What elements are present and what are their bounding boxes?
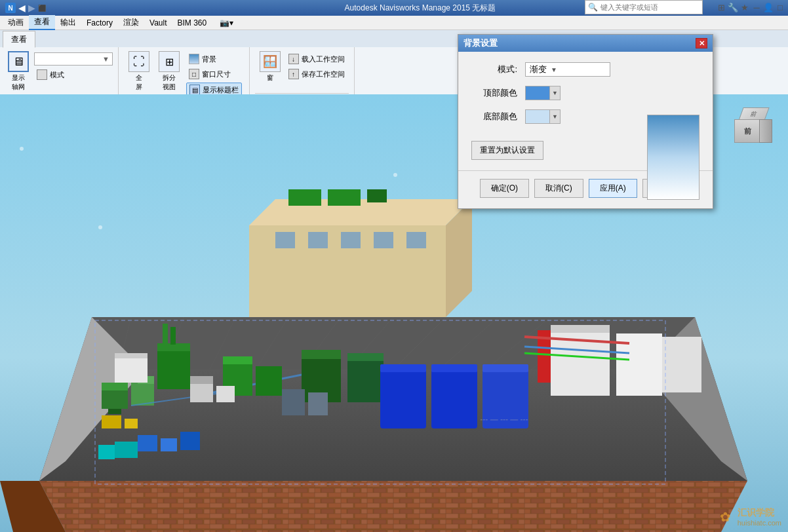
svg-rect-44: [170, 327, 176, 345]
ribbon-btn-fullscreen[interactable]: ⛶ 全屏: [126, 50, 152, 93]
ok-button[interactable]: 确定(O): [480, 179, 529, 198]
user-icon[interactable]: 👤: [763, 2, 774, 12]
menu-item-animation[interactable]: 动画: [3, 16, 29, 29]
nav-cube-front[interactable]: 前: [734, 119, 760, 143]
ribbon-btn-save-workspace[interactable]: ↑ 保存工作空间: [286, 67, 347, 81]
nav-cube[interactable]: 前 前: [728, 107, 780, 160]
menu-item-render[interactable]: 渲染: [118, 16, 144, 29]
ribbon-btn-background[interactable]: 背景: [186, 52, 242, 66]
mode-label: 模式:: [471, 64, 517, 75]
load-label: 载入工作空间: [302, 54, 345, 64]
ribbon-btn-load-workspace[interactable]: ↓ 载入工作空间: [286, 52, 347, 66]
mode-value: 渐变: [530, 64, 547, 75]
minus-icon[interactable]: ─: [751, 2, 762, 12]
svg-rect-50: [302, 350, 341, 359]
svg-rect-39: [102, 415, 121, 428]
svg-rect-62: [662, 337, 701, 392]
top-color-row: 顶部颜色 ▼: [471, 86, 699, 100]
svg-rect-54: [380, 364, 426, 372]
quick-access-bar: ⬛: [38, 5, 46, 12]
menu-item-bim360[interactable]: BIM 360: [172, 17, 212, 29]
chevron-down-icon: ▼: [102, 55, 109, 63]
titlebar-icon: ▤: [189, 85, 200, 95]
search-icon: 🔍: [588, 3, 598, 12]
windowsize-icon: □: [189, 69, 199, 79]
svg-rect-41: [157, 350, 190, 389]
settings-icon[interactable]: 🔧: [728, 2, 738, 12]
fullscreen-label: 全屏: [136, 73, 142, 92]
svg-rect-45: [115, 356, 148, 383]
top-color-picker[interactable]: ▼: [525, 86, 561, 100]
app-icon: N: [5, 3, 16, 13]
svg-rect-77: [98, 445, 115, 459]
svg-rect-75: [180, 432, 200, 450]
svg-rect-18: [328, 189, 361, 206]
svg-rect-69: [223, 356, 252, 364]
svg-rect-37: [131, 383, 154, 406]
apply-button[interactable]: 应用(A): [589, 179, 637, 198]
quick-access-back[interactable]: ◀: [18, 3, 26, 13]
color-preview: [647, 115, 699, 200]
camera-dropdown[interactable]: 📷▾: [214, 17, 239, 29]
mode-dropdown[interactable]: 渐变 ▼: [525, 62, 610, 77]
bottom-color-picker[interactable]: ▼: [525, 109, 561, 124]
window-label: 窗: [267, 73, 273, 83]
quick-access-forward[interactable]: ▶: [28, 3, 35, 13]
menu-item-factory[interactable]: Factory: [81, 17, 118, 29]
svg-rect-68: [256, 366, 282, 396]
svg-rect-15: [374, 232, 393, 248]
cancel-button[interactable]: 取消(C): [534, 179, 583, 198]
menu-item-view[interactable]: 查看: [29, 15, 55, 30]
svg-rect-34: [102, 389, 128, 409]
grid-icon[interactable]: ⊞: [716, 2, 726, 12]
reset-button[interactable]: 重置为默认设置: [471, 141, 543, 160]
svg-rect-73: [138, 435, 157, 451]
titlebar-label: 显示标题栏: [203, 85, 239, 95]
svg-rect-16: [406, 232, 426, 248]
window-icon: 🪟: [260, 51, 281, 72]
bottom-color-label: 底部颜色: [471, 111, 517, 123]
svg-rect-60: [551, 325, 610, 333]
svg-rect-46: [115, 353, 148, 358]
ribbon-btn-display[interactable]: 🖥 显示轴网: [5, 50, 31, 93]
svg-marker-6: [39, 481, 747, 532]
svg-rect-74: [161, 438, 177, 451]
svg-rect-43: [163, 324, 168, 345]
top-color-label: 顶部颜色: [471, 87, 517, 99]
display-icon: 🖥: [8, 51, 29, 72]
svg-rect-13: [308, 232, 328, 248]
svg-rect-52: [347, 353, 384, 361]
ribbon-btn-windowsize[interactable]: □ 窗口尺寸: [186, 67, 242, 81]
mode-chevron-icon: ▼: [551, 66, 557, 73]
svg-rect-53: [380, 370, 426, 428]
search-bar[interactable]: 🔍: [585, 0, 703, 14]
search-input[interactable]: [601, 3, 699, 11]
tab-view[interactable]: 查看: [3, 31, 35, 48]
top-color-swatch: [526, 86, 549, 100]
svg-rect-78: [282, 389, 305, 415]
svg-rect-56: [431, 364, 477, 372]
svg-rect-79: [308, 392, 328, 415]
bottom-color-arrow-icon: ▼: [549, 110, 560, 123]
ribbon-btn-window[interactable]: 🪟 窗: [257, 50, 283, 84]
svg-rect-40: [125, 419, 138, 428]
maximize-icon[interactable]: □: [775, 2, 785, 12]
background-label: 背景: [202, 54, 216, 64]
menu-item-output[interactable]: 输出: [55, 16, 81, 29]
mode-icon: [37, 69, 47, 80]
svg-rect-71: [190, 376, 213, 384]
menu-item-vault[interactable]: Vault: [144, 17, 172, 29]
dialog-close-button[interactable]: ✕: [696, 38, 707, 48]
ribbon-btn-split[interactable]: ⊞ 拆分视图: [156, 50, 182, 93]
dialog-title: 背景设置: [463, 37, 696, 49]
svg-rect-19: [367, 189, 387, 202]
star-icon[interactable]: ★: [739, 2, 750, 12]
save-label: 保存工作空间: [302, 69, 345, 79]
svg-rect-76: [115, 442, 138, 458]
ribbon-select-display[interactable]: ▼: [34, 52, 113, 66]
svg-text:--- — --- — ---: --- — --- — ---: [479, 415, 529, 424]
background-settings-dialog: 背景设置 ✕ 模式: 渐变 ▼ 顶部颜色 ▼ 底部颜色: [458, 34, 713, 209]
mode-row: 模式: 渐变 ▼: [471, 62, 699, 77]
fullscreen-icon: ⛶: [128, 51, 149, 72]
ribbon-btn-mode[interactable]: 模式: [34, 68, 113, 81]
